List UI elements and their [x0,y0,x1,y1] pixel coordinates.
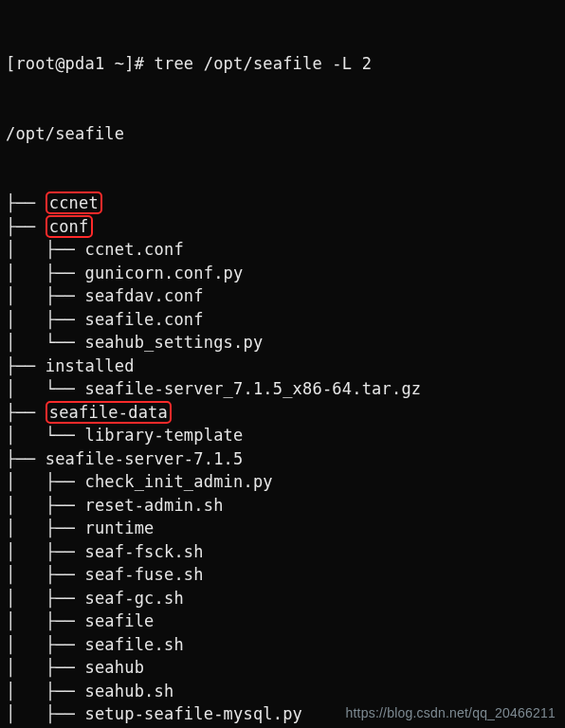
tree-prefix: ├── [6,449,46,468]
tree-prefix: │ └── [6,426,84,445]
tree-prefix: │ ├── [6,658,84,677]
tree-prefix: │ ├── [6,682,84,701]
tree-prefix: ├── [6,217,46,236]
terminal-output: [root@pda1 ~]# tree /opt/seafile -L 2 /o… [0,0,565,728]
highlighted-entry: conf [46,215,93,238]
tree-prefix: │ ├── [6,704,84,723]
prompt-line[interactable]: [root@pda1 ~]# tree /opt/seafile -L 2 [6,52,559,76]
tree-line: ├── seafile-server-7.1.5 [6,447,559,471]
tree-line: │ ├── seafile [6,610,559,633]
tree-line: │ ├── seafile.sh [6,633,559,657]
tree-line: │ ├── seaf-gc.sh [6,587,559,610]
tree-prefix: │ ├── [6,565,84,584]
tree-prefix: ├── [6,403,46,422]
watermark-text: https://blog.csdn.net/qq_20466211 [346,705,556,720]
tree-line: ├── conf [6,215,559,239]
tree-entry: seaf-fsck.sh [84,542,203,561]
tree-prefix: ├── [6,193,46,212]
tree-line: │ ├── seafile.conf [6,308,559,332]
tree-line: │ ├── seahub.sh [6,680,559,703]
highlighted-entry: seafile-data [46,401,172,424]
tree-entry: setup-seafile-mysql.py [84,704,302,723]
tree-entry: reset-admin.sh [84,496,223,515]
tree-line: ├── seafile-data [6,401,559,425]
tree-entry: seafile.conf [84,310,203,329]
tree-entry: library-template [84,426,243,445]
tree-line: │ ├── seaf-fuse.sh [6,563,559,587]
prompt-prefix: [root@pda1 ~]# [6,54,155,73]
tree-prefix: │ └── [6,333,84,352]
tree-line: │ ├── ccnet.conf [6,238,559,262]
tree-line: │ ├── seafdav.conf [6,284,559,308]
tree-line: │ ├── seaf-fsck.sh [6,540,559,564]
tree-entry: seaf-gc.sh [84,589,183,608]
tree-entry: seafile-server_7.1.5_x86-64.tar.gz [84,379,421,398]
tree-prefix: ├── [6,356,46,375]
tree-line: │ ├── runtime [6,517,559,540]
command-text: tree /opt/seafile -L 2 [155,54,373,73]
tree-entry: seafdav.conf [84,286,203,305]
tree-line: ├── ccnet [6,191,559,215]
tree-prefix: │ ├── [6,264,84,282]
tree-entry: seahub.sh [84,682,173,701]
tree-entry: seahub [84,658,144,677]
tree-line: │ ├── seahub [6,656,559,680]
tree-entry: seafile.sh [84,635,183,654]
root-path-line: /opt/seafile [6,122,559,146]
tree-prefix: │ ├── [6,589,84,608]
tree-prefix: │ ├── [6,286,84,305]
tree-entry: runtime [84,519,154,537]
highlighted-entry: ccnet [46,191,102,214]
tree-entry: installed [46,356,135,375]
tree-entry: check_init_admin.py [84,472,272,491]
tree-line: │ └── library-template [6,424,559,447]
tree-line: │ ├── check_init_admin.py [6,470,559,494]
tree-line: │ ├── reset-admin.sh [6,494,559,518]
tree-line: ├── installed [6,355,559,378]
tree-entry: seaf-fuse.sh [84,565,203,584]
tree-listing: ├── ccnet├── conf│ ├── ccnet.conf│ ├── g… [6,191,559,728]
tree-prefix: │ ├── [6,519,84,537]
tree-entry: seahub_settings.py [84,333,263,352]
tree-line: │ └── seahub_settings.py [6,331,559,355]
tree-entry: gunicorn.conf.py [84,264,243,282]
tree-prefix: │ ├── [6,240,84,259]
tree-entry: seafile-server-7.1.5 [46,449,244,468]
tree-prefix: │ ├── [6,310,84,329]
tree-entry: seafile [84,611,154,630]
tree-prefix: │ ├── [6,542,84,561]
tree-line: │ ├── gunicorn.conf.py [6,262,559,285]
tree-prefix: │ ├── [6,472,84,491]
tree-prefix: │ ├── [6,496,84,515]
tree-prefix: │ └── [6,379,84,398]
tree-entry: ccnet.conf [84,240,183,259]
tree-prefix: │ ├── [6,635,84,654]
tree-line: │ └── seafile-server_7.1.5_x86-64.tar.gz [6,377,559,401]
tree-prefix: │ ├── [6,611,84,630]
